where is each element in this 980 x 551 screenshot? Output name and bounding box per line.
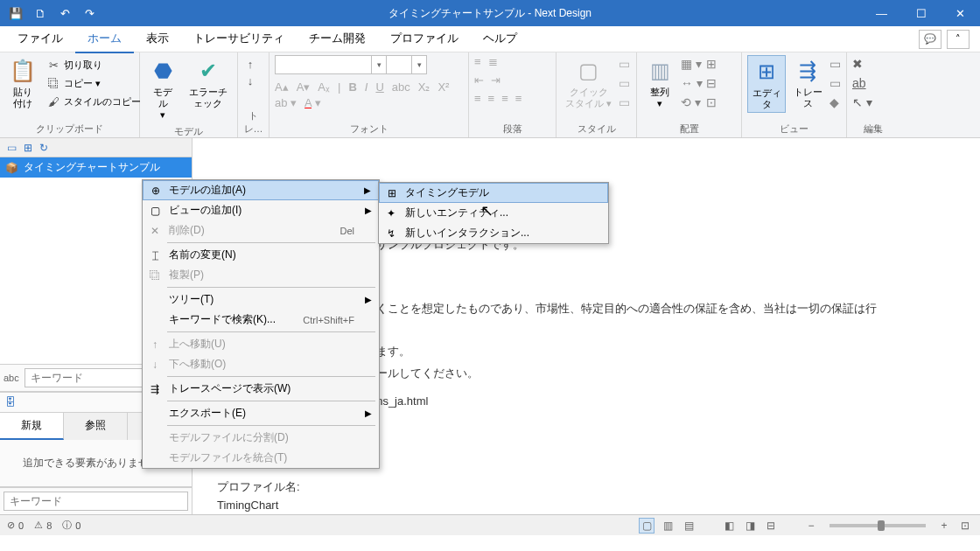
style3-icon[interactable]: ▭	[619, 95, 630, 109]
layout4-icon[interactable]: ⊞	[706, 57, 717, 71]
minimize-button[interactable]: —	[862, 0, 901, 26]
ctx-label: キーワードで検索(K)...	[169, 312, 276, 327]
sb-tab-new[interactable]: 新規	[0, 413, 64, 440]
numbering-icon[interactable]: ≣	[488, 55, 498, 68]
sb-tool-2[interactable]: ⊞	[24, 142, 32, 154]
align-button[interactable]: ▥ 整列▾	[642, 55, 677, 111]
bullets-icon[interactable]: ≡	[474, 55, 481, 68]
close-button[interactable]: ✕	[941, 0, 980, 26]
sb-tool-3[interactable]: ↻	[39, 142, 48, 154]
editor-view-button[interactable]: ⊞ エディタ	[747, 55, 786, 113]
tab-home[interactable]: ホーム	[75, 25, 134, 53]
view2-icon[interactable]: ▭	[830, 76, 841, 90]
italic-icon[interactable]: I	[365, 80, 368, 94]
align-right-icon[interactable]: ≡	[501, 92, 508, 105]
subscript-icon[interactable]: X₂	[418, 80, 430, 94]
strike-icon[interactable]: abc	[392, 80, 410, 94]
ctx-label: 下へ移動(O)	[169, 357, 226, 372]
zoom-fit[interactable]: ⊡	[957, 518, 973, 534]
layout3-icon[interactable]: ⟲ ▾	[681, 95, 703, 109]
ctx-icon: ⌶	[148, 248, 162, 262]
align-center-icon[interactable]: ≡	[488, 92, 495, 105]
ctx-item[interactable]: ⊞タイミングモデル	[379, 183, 608, 203]
layout5-icon[interactable]: ⊟	[706, 76, 717, 90]
font-grow-icon[interactable]: A▴	[275, 80, 289, 94]
view-mode-2[interactable]: ▥	[660, 518, 676, 534]
error-check-button[interactable]: ✔ エラーチェック	[184, 55, 232, 111]
ctx-item[interactable]: ✦新しいエンティティ...	[379, 203, 608, 223]
arrow-up-icon[interactable]: ↑	[243, 57, 257, 71]
ctx-item[interactable]: キーワードで検索(K)...Ctrl+Shift+F	[143, 310, 379, 330]
group-paragraph-label: 段落	[474, 121, 550, 137]
copy-button[interactable]: ⿻コピー ▾	[44, 75, 144, 91]
layout6-icon[interactable]: ⊡	[706, 95, 717, 109]
ctx-item[interactable]: ⌶名前の変更(N)	[143, 245, 379, 265]
tab-file[interactable]: ファイル	[5, 25, 75, 53]
trace-view-button[interactable]: ⇶ トレース	[789, 55, 826, 111]
model-button[interactable]: ⬣ モデル▾	[145, 55, 180, 123]
ctx-item[interactable]: ▢ビューの追加(I)▶	[143, 200, 379, 220]
arrow-down-icon[interactable]: ↓	[243, 73, 257, 87]
paste-button[interactable]: 📋 貼り付け	[5, 55, 40, 111]
style2-icon[interactable]: ▭	[619, 76, 630, 90]
view-mode-5[interactable]: ◨	[742, 518, 758, 534]
layout2-icon[interactable]: ↔ ▾	[681, 76, 703, 90]
maximize-button[interactable]: ☐	[901, 0, 941, 26]
font-color-icon[interactable]: A ▾	[304, 96, 321, 109]
outdent-icon[interactable]: ⇤	[474, 73, 484, 87]
copy-style-button[interactable]: 🖌スタイルのコピー	[44, 94, 144, 109]
align-left-icon[interactable]: ≡	[474, 92, 481, 105]
clear-format-icon[interactable]: Aᵪ	[318, 80, 330, 94]
redo-icon[interactable]: ↷	[82, 6, 96, 20]
tab-team[interactable]: チーム開発	[297, 25, 378, 53]
ctx-item[interactable]: ↯新しいインタラクション...	[379, 223, 608, 243]
view-mode-4[interactable]: ◧	[721, 518, 737, 534]
style1-icon[interactable]: ▭	[619, 57, 630, 71]
keyword-input-2[interactable]	[4, 492, 188, 511]
quick-style-button[interactable]: ▢ クイックスタイル ▾	[562, 55, 615, 111]
underline-icon[interactable]: U	[375, 80, 383, 94]
view-mode-6[interactable]: ⊟	[763, 518, 779, 534]
ctx-item: モデルファイルを統合(T)	[143, 448, 379, 468]
tab-traceability[interactable]: トレーサビリティ	[181, 25, 297, 53]
tree-item-root[interactable]: 📦 タイミングチャートサンプル	[0, 157, 192, 178]
justify-icon[interactable]: ≡	[515, 92, 522, 105]
layout1-icon[interactable]: ▦ ▾	[681, 57, 703, 71]
speech-icon[interactable]: 💬	[919, 30, 942, 49]
view3-icon[interactable]: ◆	[830, 95, 841, 109]
zoom-slider[interactable]	[830, 524, 926, 527]
view-mode-3[interactable]: ▤	[681, 518, 696, 534]
zoom-out[interactable]: −	[803, 518, 819, 534]
view1-icon[interactable]: ▭	[830, 57, 841, 71]
sb-tool-1[interactable]: ▭	[7, 142, 17, 154]
highlight-icon[interactable]: ab ▾	[275, 96, 297, 109]
group-style-label: スタイル	[562, 121, 631, 137]
zoom-in[interactable]: +	[936, 518, 952, 534]
edit3-icon[interactable]: ↖ ▾	[852, 95, 872, 109]
ctx-item[interactable]: ツリー(T)▶	[143, 289, 379, 310]
superscript-icon[interactable]: X²	[438, 80, 449, 94]
sb-tab-ref[interactable]: 参照	[64, 413, 128, 440]
collapse-ribbon-icon[interactable]: ˄	[947, 30, 970, 49]
indent-icon[interactable]: ⇥	[491, 73, 500, 87]
edit1-icon[interactable]: ✖	[852, 57, 872, 71]
edit2-icon[interactable]: ab	[852, 76, 872, 90]
font-shrink-icon[interactable]: A▾	[297, 80, 311, 94]
open-icon[interactable]: 🗋	[33, 6, 47, 20]
ctx-icon: ✦	[384, 206, 398, 220]
cut-button[interactable]: ✂切り取り	[44, 57, 144, 73]
tab-help[interactable]: ヘルプ	[471, 25, 529, 53]
undo-icon[interactable]: ↶	[58, 6, 72, 20]
ctx-label: 上へ移動(U)	[169, 337, 226, 352]
view-mode-1[interactable]: ▢	[639, 518, 654, 534]
ctx-item[interactable]: エクスポート(E)▶	[143, 403, 379, 423]
ctx-item[interactable]: ⇶トレースページで表示(W)	[143, 379, 379, 399]
bold-icon[interactable]: B	[348, 80, 356, 94]
ctx-item[interactable]: ⊕モデルの追加(A)▶	[143, 180, 379, 200]
align-big-icon: ▥	[646, 57, 674, 85]
ctx-label: トレースページで表示(W)	[169, 381, 290, 396]
tab-view[interactable]: 表示	[134, 25, 181, 53]
font-select[interactable]: ▾▾	[275, 55, 427, 74]
tab-profile[interactable]: プロファイル	[378, 25, 471, 53]
save-icon[interactable]: 💾	[9, 6, 23, 20]
